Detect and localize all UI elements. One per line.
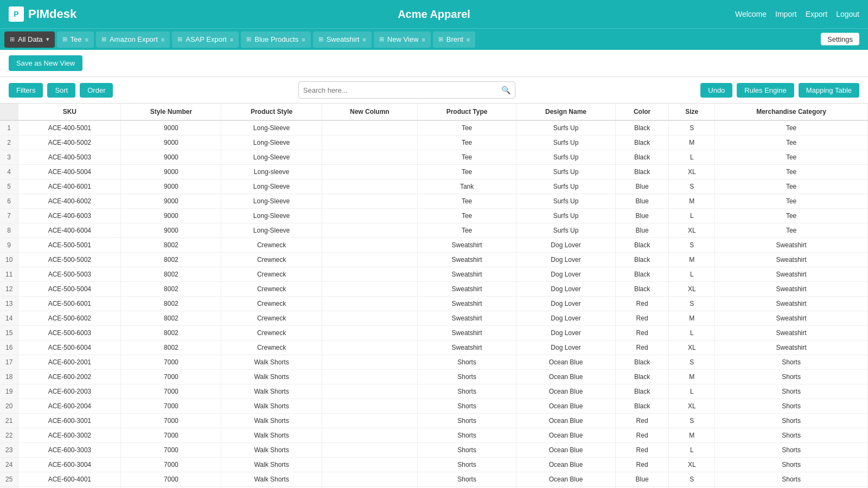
table-cell: Long-sleeve [221, 165, 322, 179]
table-cell: Shorts [417, 399, 516, 414]
table-cell [322, 458, 417, 472]
table-cell: Tee [715, 223, 868, 238]
table-cell: XL [669, 223, 715, 238]
table-cell: Ocean Blue [516, 414, 616, 428]
import-link[interactable]: Import [775, 10, 797, 18]
table-cell [322, 194, 417, 209]
filters-button[interactable]: Filters [9, 83, 43, 98]
table-cell: Shorts [417, 384, 516, 399]
row-number: 12 [0, 282, 18, 297]
header-right: Welcome Import Export Logout [735, 10, 859, 18]
search-container: 🔍 [117, 81, 696, 99]
table-row: 4ACE-400-50049000Long-sleeveTeeSurfs UpB… [0, 165, 868, 179]
logout-link[interactable]: Logout [836, 10, 859, 18]
tab-menu-icon[interactable]: ≡ [302, 36, 305, 43]
table-cell: Dog Lover [516, 311, 616, 326]
table-cell: Black [615, 136, 669, 150]
tab-new-view[interactable]: ⊞ New View ≡ [374, 31, 431, 48]
table-cell: Blue [615, 472, 669, 487]
row-number: 23 [0, 443, 18, 458]
tab-tee[interactable]: ⊞ Tee ≡ [57, 31, 94, 48]
table-cell: XL [669, 458, 715, 472]
table-cell: Sweatshirt [417, 341, 516, 355]
table-cell: Tee [417, 194, 516, 209]
col-header-design-name: Design Name [516, 104, 616, 120]
table-cell: Crewneck [221, 341, 322, 355]
table-cell: Ocean Blue [516, 458, 616, 472]
table-cell: 9000 [121, 165, 221, 179]
table-cell: Walk Shorts [221, 458, 322, 472]
search-box: 🔍 [298, 81, 515, 99]
app-title: Acme Apparel [398, 8, 470, 21]
table-cell: Blue [615, 209, 669, 223]
table-row: 19ACE-600-20037000Walk ShortsShortsOcean… [0, 384, 868, 399]
table-cell: ACE-500-6001 [18, 297, 121, 311]
tab-menu-icon[interactable]: ≡ [422, 36, 425, 43]
row-number: 25 [0, 472, 18, 487]
table-cell: Red [615, 428, 669, 443]
tab-label: Blue Products [254, 35, 298, 43]
table-cell: S [669, 297, 715, 311]
table-cell: Black [615, 165, 669, 179]
tab-label: Tee [71, 35, 82, 43]
table-cell: S [669, 414, 715, 428]
row-number: 1 [0, 120, 18, 136]
table-cell: 7000 [121, 428, 221, 443]
sort-button[interactable]: Sort [47, 83, 75, 98]
tab-sweatshirt[interactable]: ⊞ Sweatshirt ≡ [313, 31, 372, 48]
table-cell: XL [669, 341, 715, 355]
table-cell: Dog Lover [516, 297, 616, 311]
export-link[interactable]: Export [806, 10, 827, 18]
table-cell: Ocean Blue [516, 370, 616, 384]
table-cell: Shorts [715, 384, 868, 399]
table-cell [322, 311, 417, 326]
table-cell [322, 428, 417, 443]
tab-label: Amazon Export [110, 35, 158, 43]
tab-all-data[interactable]: ⊞ All Data ▾ [4, 31, 55, 48]
table-row: 15ACE-500-60038002CrewneckSweatshirtDog … [0, 326, 868, 341]
table-cell: Shorts [715, 428, 868, 443]
table-cell: XL [669, 282, 715, 297]
table-cell [322, 282, 417, 297]
tab-menu-icon[interactable]: ≡ [362, 36, 366, 43]
rules-engine-button[interactable]: Rules Engine [737, 83, 794, 98]
table-cell: Blue [615, 194, 669, 209]
tab-blue-products[interactable]: ⊞ Blue Products ≡ [241, 31, 310, 48]
table-cell: Sweatshirt [417, 311, 516, 326]
table-cell: Tank [417, 179, 516, 194]
tab-grid-icon: ⊞ [438, 36, 443, 43]
table-row: 21ACE-600-30017000Walk ShortsShortsOcean… [0, 414, 868, 428]
table-cell: Dog Lover [516, 238, 616, 253]
search-input[interactable] [303, 86, 501, 94]
table-cell: Long-Sleeve [221, 194, 322, 209]
row-number: 18 [0, 370, 18, 384]
table-cell: ACE-500-6002 [18, 311, 121, 326]
tab-asap-export[interactable]: ⊞ ASAP Export ≡ [172, 31, 239, 48]
col-header-product-style: Product Style [221, 104, 322, 120]
mapping-table-button[interactable]: Mapping Table [799, 83, 859, 98]
tab-menu-icon[interactable]: ≡ [230, 36, 233, 43]
order-button[interactable]: Order [80, 83, 113, 98]
table-cell: Black [615, 399, 669, 414]
table-cell: ACE-600-4001 [18, 472, 121, 487]
tab-menu-icon[interactable]: ≡ [85, 36, 88, 43]
row-number: 2 [0, 136, 18, 150]
table-header: SKUStyle NumberProduct StyleNew ColumnPr… [0, 104, 868, 120]
table-cell: Crewneck [221, 253, 322, 267]
undo-button[interactable]: Undo [700, 83, 732, 98]
table-cell: Tee [715, 179, 868, 194]
tab-amazon-export[interactable]: ⊞ Amazon Export ≡ [96, 31, 170, 48]
save-new-view-button[interactable]: Save as New View [9, 55, 82, 71]
tab-brent[interactable]: ⊞ Brent ≡ [433, 31, 476, 48]
table-cell [322, 384, 417, 399]
settings-button[interactable]: Settings [821, 33, 859, 46]
tab-menu-icon[interactable]: ≡ [161, 36, 164, 43]
tab-grid-icon: ⊞ [101, 36, 106, 43]
table-cell: Surfs Up [516, 179, 616, 194]
tab-menu-icon[interactable]: ≡ [467, 36, 470, 43]
search-icon: 🔍 [501, 86, 510, 94]
tab-dropdown-icon[interactable]: ▾ [46, 36, 49, 43]
table-container[interactable]: SKUStyle NumberProduct StyleNew ColumnPr… [0, 104, 868, 488]
row-number: 22 [0, 428, 18, 443]
tab-grid-icon: ⊞ [318, 36, 323, 43]
